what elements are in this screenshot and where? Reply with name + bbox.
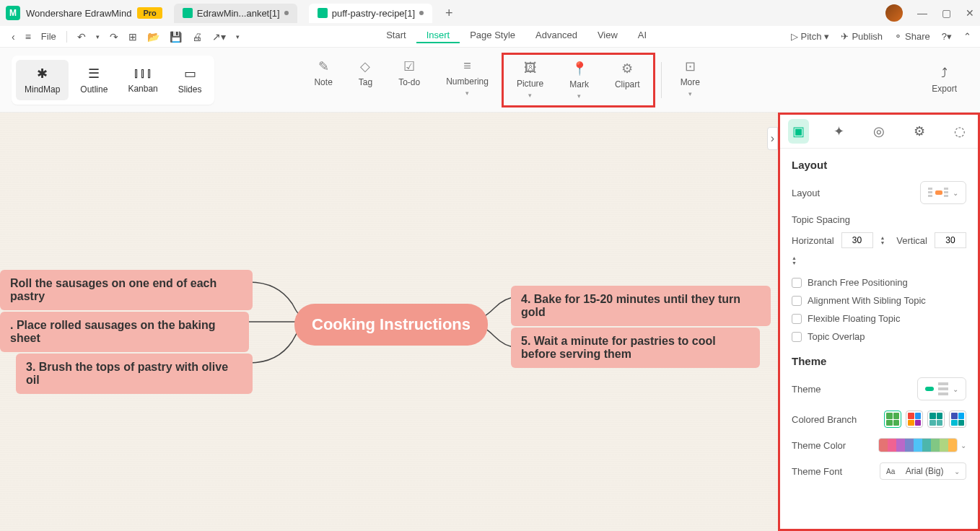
- share-button[interactable]: ⚬ Share: [894, 31, 930, 42]
- mark-icon: 📍: [572, 61, 587, 76]
- chevron-down-icon: ▾: [577, 92, 581, 100]
- hamburger-icon[interactable]: ≡: [22, 30, 34, 44]
- menu-start[interactable]: Start: [376, 30, 416, 43]
- tool-todo[interactable]: ☑To-do: [385, 53, 433, 107]
- topic-node[interactable]: Roll the sausages on one end of each pas…: [0, 270, 253, 310]
- menu-insert[interactable]: Insert: [416, 30, 460, 43]
- export-button[interactable]: ⤴Export: [920, 60, 968, 100]
- file-menu[interactable]: File: [38, 30, 59, 43]
- menu-page-style[interactable]: Page Style: [460, 30, 525, 43]
- document-tab-active[interactable]: puff-pastry-recipe[1]: [309, 4, 432, 23]
- theme-font-label: Theme Font: [792, 466, 842, 477]
- theme-selector[interactable]: ⌄: [917, 377, 966, 400]
- theme-preview-icon: [925, 382, 948, 395]
- theme-color-label: Theme Color: [792, 440, 846, 451]
- chevron-down-icon: ⌄: [953, 189, 958, 197]
- vertical-spacing-input[interactable]: [935, 232, 966, 248]
- numbering-icon: ≡: [463, 58, 471, 74]
- print-icon[interactable]: 🖨: [189, 30, 205, 44]
- canvas[interactable]: › Roll the sausages on one end of each p…: [0, 113, 778, 531]
- view-outline[interactable]: ☰Outline: [71, 60, 116, 100]
- modified-dot-icon: [284, 11, 289, 15]
- branch-option-1[interactable]: [884, 411, 901, 428]
- view-kanban[interactable]: ⫿⫿⫿Kanban: [119, 60, 166, 100]
- tool-tag[interactable]: ◇Tag: [346, 53, 385, 107]
- minimize-button[interactable]: —: [917, 7, 927, 19]
- horizontal-spacing-input[interactable]: [841, 232, 873, 248]
- view-mindmap[interactable]: ✱MindMap: [16, 60, 69, 100]
- export-icon: ⤴: [941, 66, 948, 81]
- topic-node[interactable]: 5. Wait a minute for pastries to cool be…: [511, 328, 760, 368]
- chevron-down-icon: ⌄: [953, 385, 958, 393]
- app-name: Wondershare EdrawMind: [26, 8, 131, 19]
- topic-node[interactable]: 4. Bake for 15-20 minutes until they tur…: [511, 286, 771, 326]
- kanban-icon: ⫿⫿⫿: [134, 66, 153, 81]
- collapse-panel-button[interactable]: ›: [767, 127, 778, 150]
- layout-selector[interactable]: ⌄: [920, 181, 966, 204]
- open-icon[interactable]: 📂: [144, 30, 162, 44]
- topic-node[interactable]: 3. Brush the tops of pastry with olive o…: [16, 354, 253, 394]
- menu-advanced[interactable]: Advanced: [525, 30, 587, 43]
- publish-button[interactable]: ✈ Publish: [841, 31, 883, 42]
- chevron-down-icon: ⌄: [954, 468, 960, 475]
- menubar: ‹ ≡ File ↶ ▾ ↷ ⊞ 📂 💾 🖨 ↗▾ ▾ Start Insert…: [0, 26, 980, 48]
- branch-option-2[interactable]: [906, 411, 923, 428]
- save-icon[interactable]: 💾: [167, 30, 185, 44]
- view-slides[interactable]: ▭Slides: [170, 60, 211, 100]
- back-button[interactable]: ‹: [9, 30, 18, 44]
- branch-option-3[interactable]: [927, 411, 945, 428]
- central-topic[interactable]: Cooking Instructions: [294, 304, 488, 346]
- menu-ai[interactable]: AI: [628, 30, 657, 43]
- panel-tab-icon[interactable]: ⚙: [909, 119, 929, 144]
- menu-view[interactable]: View: [587, 30, 628, 43]
- more-dropdown[interactable]: ▾: [233, 32, 242, 42]
- tool-numbering[interactable]: ≡Numbering▾: [433, 53, 502, 107]
- panel-tab-layout[interactable]: ▣: [788, 119, 809, 144]
- note-icon: ✎: [318, 58, 329, 74]
- redo-button[interactable]: ↷: [107, 30, 121, 44]
- help-button[interactable]: ?▾: [942, 31, 952, 42]
- tool-clipart[interactable]: ⚙Clipart: [602, 55, 653, 105]
- doc-icon: [183, 8, 193, 18]
- todo-icon: ☑: [403, 58, 415, 74]
- maximize-button[interactable]: ▢: [942, 7, 951, 19]
- spinner-icon[interactable]: ▲▼: [792, 255, 797, 266]
- theme-color-selector[interactable]: [878, 438, 958, 452]
- close-button[interactable]: ✕: [966, 7, 974, 19]
- spinner-icon[interactable]: ▲▼: [880, 235, 885, 245]
- collapse-ribbon[interactable]: ⌃: [963, 31, 971, 42]
- tool-more[interactable]: ⊡More▾: [668, 53, 713, 107]
- workspace: › Roll the sausages on one end of each p…: [0, 113, 980, 531]
- undo-dropdown[interactable]: ▾: [93, 32, 102, 42]
- checkbox-overlap[interactable]: [792, 332, 802, 342]
- tool-mark[interactable]: 📍Mark▾: [556, 55, 602, 105]
- pitch-button[interactable]: ▷ Pitch▾: [791, 31, 830, 42]
- new-icon[interactable]: ⊞: [126, 30, 140, 44]
- checkbox-flexible[interactable]: [792, 314, 802, 324]
- theme-font-selector[interactable]: AaArial (Big)⌄: [880, 462, 966, 480]
- export-dropdown-icon[interactable]: ↗▾: [209, 30, 229, 44]
- doc-icon: [318, 8, 328, 18]
- panel-tab-style[interactable]: ✦: [829, 119, 849, 144]
- chevron-down-icon: ▾: [528, 92, 532, 99]
- document-tab[interactable]: EdrawMin...anket[1]: [174, 4, 297, 23]
- tool-note[interactable]: ✎Note: [301, 53, 345, 107]
- add-tab-button[interactable]: +: [445, 6, 453, 21]
- chevron-down-icon: ⌄: [961, 442, 966, 449]
- tool-picture[interactable]: 🖼Picture▾: [504, 55, 556, 105]
- theme-label: Theme: [792, 384, 821, 395]
- undo-button[interactable]: ↶: [74, 30, 89, 44]
- modified-dot-icon: [419, 11, 424, 15]
- user-avatar[interactable]: [885, 4, 903, 22]
- tab-label: puff-pastry-recipe[1]: [332, 8, 415, 19]
- checkbox-alignment[interactable]: [792, 296, 802, 306]
- chevron-down-icon: ▾: [465, 89, 469, 97]
- topic-node[interactable]: . Place rolled sausages on the baking sh…: [0, 312, 249, 352]
- app-logo: M: [6, 6, 20, 20]
- more-icon: ⊡: [685, 58, 696, 74]
- panel-tab-history[interactable]: ◌: [950, 119, 970, 144]
- checkbox-branch-free[interactable]: [792, 278, 802, 288]
- panel-tab-mark[interactable]: ◎: [869, 119, 889, 144]
- titlebar: M Wondershare EdrawMind Pro EdrawMin...a…: [0, 0, 980, 26]
- branch-option-4[interactable]: [949, 411, 966, 428]
